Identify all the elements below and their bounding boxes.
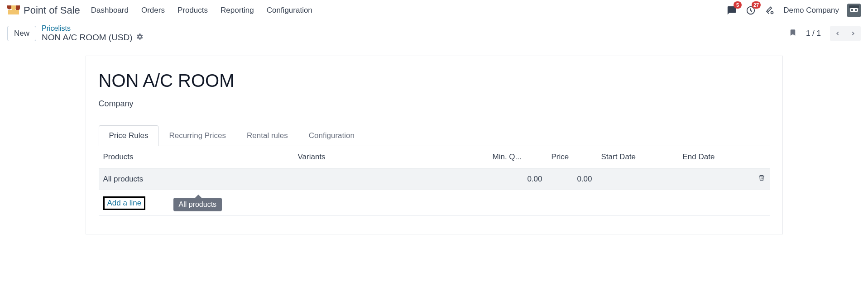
pager-area: 1 / 1 bbox=[789, 26, 861, 41]
svg-rect-0 bbox=[8, 10, 19, 14]
tabs: Price Rules Recurring Prices Rental rule… bbox=[99, 125, 770, 146]
breadcrumb: Pricelists NON A/C ROOM (USD) bbox=[42, 24, 144, 43]
tab-rental-rules[interactable]: Rental rules bbox=[236, 125, 298, 146]
table-row[interactable]: All products 0.00 0.00 bbox=[99, 168, 770, 190]
awning-icon bbox=[7, 5, 20, 15]
navbar-right: 5 27 Demo Company bbox=[726, 4, 861, 17]
col-products[interactable]: Products bbox=[99, 146, 293, 168]
trash-icon[interactable] bbox=[758, 175, 765, 184]
activities-icon[interactable]: 27 bbox=[745, 5, 756, 16]
pager-next[interactable] bbox=[845, 26, 861, 41]
nav-configuration[interactable]: Configuration bbox=[267, 6, 312, 15]
cell-min-qty[interactable]: 0.00 bbox=[488, 168, 547, 190]
pager-text[interactable]: 1 / 1 bbox=[806, 29, 821, 38]
tab-price-rules[interactable]: Price Rules bbox=[99, 125, 159, 146]
cell-end[interactable] bbox=[678, 168, 752, 190]
pager-prev[interactable] bbox=[830, 26, 845, 41]
gear-icon[interactable] bbox=[136, 33, 144, 43]
avatar[interactable] bbox=[847, 4, 861, 17]
breadcrumb-current: NON A/C ROOM (USD) bbox=[42, 33, 144, 43]
company-label: Company bbox=[99, 99, 770, 109]
add-line-link[interactable]: Add a line bbox=[103, 196, 146, 210]
new-button[interactable]: New bbox=[7, 26, 36, 41]
record-title[interactable]: NON A/C ROOM bbox=[99, 71, 770, 91]
nav-products[interactable]: Products bbox=[177, 6, 208, 15]
cell-start[interactable] bbox=[597, 168, 678, 190]
app-name: Point of Sale bbox=[24, 5, 80, 16]
pager-buttons bbox=[830, 26, 861, 41]
nav-links: Dashboard Orders Products Reporting Conf… bbox=[91, 6, 312, 15]
company-name[interactable]: Demo Company bbox=[783, 6, 839, 15]
form-sheet: NON A/C ROOM Company Price Rules Recurri… bbox=[86, 56, 783, 234]
col-price[interactable]: Price bbox=[547, 146, 597, 168]
col-start-date[interactable]: Start Date bbox=[597, 146, 678, 168]
sheet-area: NON A/C ROOM Company Price Rules Recurri… bbox=[0, 50, 868, 234]
cell-product[interactable]: All products bbox=[99, 168, 293, 190]
cell-variant[interactable] bbox=[293, 168, 488, 190]
cell-price[interactable]: 0.00 bbox=[547, 168, 597, 190]
col-variants[interactable]: Variants bbox=[293, 146, 488, 168]
tab-configuration[interactable]: Configuration bbox=[298, 125, 365, 146]
messages-badge: 5 bbox=[734, 1, 742, 9]
nav-orders[interactable]: Orders bbox=[141, 6, 165, 15]
breadcrumb-parent[interactable]: Pricelists bbox=[42, 24, 144, 33]
svg-rect-4 bbox=[850, 8, 858, 12]
svg-rect-6 bbox=[855, 9, 857, 11]
svg-rect-5 bbox=[851, 9, 853, 11]
app-logo[interactable]: Point of Sale bbox=[7, 5, 80, 16]
nav-dashboard[interactable]: Dashboard bbox=[91, 6, 129, 15]
svg-point-2 bbox=[771, 12, 773, 14]
tooltip: All products bbox=[173, 198, 222, 211]
tools-icon[interactable] bbox=[764, 5, 775, 16]
control-bar: New Pricelists NON A/C ROOM (USD) 1 / 1 bbox=[0, 21, 868, 50]
bookmark-icon[interactable] bbox=[789, 28, 797, 39]
messages-icon[interactable]: 5 bbox=[726, 5, 737, 16]
col-end-date[interactable]: End Date bbox=[678, 146, 752, 168]
col-min-qty[interactable]: Min. Q... bbox=[488, 146, 547, 168]
breadcrumb-current-text: NON A/C ROOM (USD) bbox=[42, 33, 133, 43]
top-navbar: Point of Sale Dashboard Orders Products … bbox=[0, 0, 868, 21]
tab-recurring-prices[interactable]: Recurring Prices bbox=[158, 125, 236, 146]
activities-badge: 27 bbox=[752, 1, 761, 9]
nav-reporting[interactable]: Reporting bbox=[221, 6, 254, 15]
